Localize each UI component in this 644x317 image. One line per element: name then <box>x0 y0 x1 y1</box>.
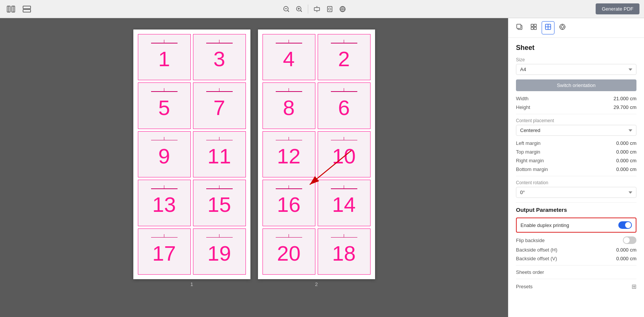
fit-page-btn[interactable] <box>324 4 335 14</box>
height-row: Height 29.700 cm <box>516 104 636 110</box>
panel-icon-layout[interactable] <box>542 21 554 34</box>
backside-offset-h-row: Backside offset (H) 0.000 cm <box>516 247 636 253</box>
card-line <box>276 188 302 189</box>
card: 10 <box>318 131 371 177</box>
bottom-margin-value: 0.000 cm <box>616 166 636 172</box>
divider-5 <box>516 279 636 279</box>
svg-rect-13 <box>314 8 320 11</box>
card-number: 2 <box>338 48 350 70</box>
fit-all-btn[interactable] <box>337 4 348 14</box>
layout-btn-1[interactable] <box>5 4 17 14</box>
card-number: 13 <box>152 194 176 215</box>
sheet-1: 1 3 5 7 9 <box>133 30 250 279</box>
zoom-in-btn[interactable] <box>293 4 305 14</box>
card: 14 <box>318 180 371 226</box>
content-rotation-select[interactable]: 0° 90° 180° 270° <box>516 187 636 198</box>
fit-width-btn[interactable] <box>311 4 323 14</box>
sheets-order-label: Sheets order <box>516 269 544 275</box>
card-line <box>331 188 357 189</box>
toolbar-center <box>36 4 593 14</box>
left-margin-label: Left margin <box>516 140 541 146</box>
zoom-out-btn[interactable] <box>281 4 292 14</box>
card-tick-line <box>276 40 302 44</box>
card-line <box>151 188 178 189</box>
card-tick <box>164 185 165 188</box>
card: 3 <box>193 34 246 80</box>
svg-rect-28 <box>531 27 533 30</box>
card-tick <box>164 88 165 91</box>
card-number: 7 <box>213 97 225 118</box>
card: 9 <box>138 131 191 177</box>
size-field: Size A4 A3 Letter <box>516 57 636 75</box>
toolbar-divider <box>308 5 308 14</box>
backside-offset-h-label: Backside offset (H) <box>516 247 558 253</box>
svg-rect-16 <box>327 6 332 12</box>
sheets-order-row: Sheets order <box>516 269 636 275</box>
card-line <box>206 237 233 238</box>
card-line <box>331 140 357 141</box>
card-tick-line <box>206 137 233 141</box>
card-line <box>206 188 233 189</box>
presets-grid-icon[interactable]: ⊞ <box>632 283 636 290</box>
card-tick <box>289 185 289 188</box>
card-line <box>276 140 302 141</box>
card-number: 5 <box>158 97 170 118</box>
width-row: Width 21.000 cm <box>516 96 636 101</box>
left-margin-value: 0.000 cm <box>616 140 636 146</box>
switch-orientation-button[interactable]: Switch orientation <box>516 79 636 91</box>
card-tick <box>164 40 165 43</box>
panel-icon-target[interactable] <box>556 21 569 34</box>
top-margin-value: 0.000 cm <box>616 149 636 155</box>
card-tick <box>289 234 289 237</box>
backside-offset-v-row: Backside offset (V) 0.000 cm <box>516 256 636 261</box>
panel-icon-copy[interactable] <box>513 21 526 34</box>
width-label: Width <box>516 96 528 101</box>
card: 2 <box>318 34 371 80</box>
svg-rect-4 <box>23 6 31 9</box>
card: 12 <box>263 131 315 177</box>
card-tick <box>219 88 220 91</box>
left-margin-row: Left margin 0.000 cm <box>516 140 636 146</box>
content-placement-label: Content placement <box>516 118 636 123</box>
card-line <box>331 237 357 238</box>
height-value: 29.700 cm <box>613 104 636 110</box>
sheet-2-label: 2 <box>315 281 318 287</box>
card: 18 <box>318 228 371 275</box>
card-tick-line <box>276 137 302 141</box>
duplex-toggle-row: Enable duplex printing <box>516 218 636 233</box>
panel-icon-grid[interactable] <box>527 21 540 34</box>
toolbar: Generate PDF <box>0 0 644 18</box>
generate-pdf-button[interactable]: Generate PDF <box>596 3 639 14</box>
card-tick <box>219 40 220 43</box>
layout-btn-2[interactable] <box>20 4 33 14</box>
card-number: 10 <box>332 146 355 167</box>
sheet-1-label: 1 <box>190 281 193 287</box>
flip-backside-toggle[interactable] <box>623 236 636 244</box>
card-number: 8 <box>283 97 295 118</box>
card: 8 <box>263 82 315 129</box>
content-placement-select[interactable]: Centered Top Left <box>516 125 636 136</box>
card-number: 6 <box>338 97 350 118</box>
card-tick <box>219 185 220 188</box>
card: 1 <box>138 34 191 80</box>
card-tick <box>344 88 344 91</box>
card-tick-line <box>276 185 302 189</box>
right-panel: Sheet Size A4 A3 Letter Switch orientati… <box>508 18 644 317</box>
presets-section: Presets ⊞ <box>516 283 636 290</box>
size-select[interactable]: A4 A3 Letter <box>516 64 636 75</box>
toolbar-left <box>5 4 33 14</box>
card-tick-line <box>151 88 178 92</box>
card-tick-line <box>151 137 178 141</box>
flip-backside-row: Flip backside <box>516 236 636 244</box>
panel-icons-row <box>508 18 644 38</box>
duplex-toggle[interactable] <box>618 221 632 229</box>
card-tick <box>219 137 220 140</box>
card-tick-line <box>331 88 357 92</box>
card-tick-line <box>331 185 357 189</box>
right-margin-value: 0.000 cm <box>616 158 636 163</box>
content-placement-field: Content placement Centered Top Left <box>516 118 636 136</box>
bottom-margin-row: Bottom margin 0.000 cm <box>516 166 636 172</box>
svg-rect-29 <box>534 27 536 30</box>
card-number: 18 <box>332 243 355 264</box>
top-margin-label: Top margin <box>516 149 540 155</box>
